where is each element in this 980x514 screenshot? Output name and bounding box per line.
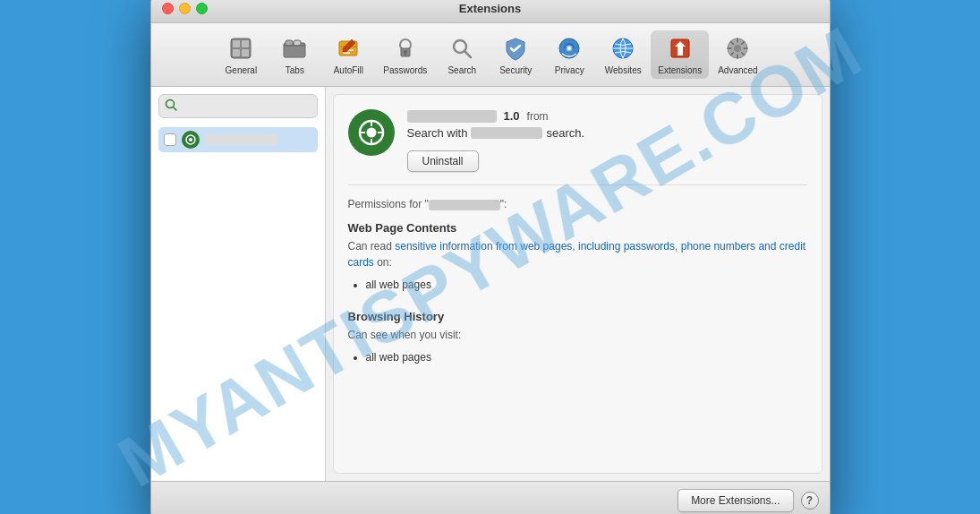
more-extensions-button[interactable]: More Extensions... <box>677 489 793 512</box>
web-page-contents-section: Web Page Contents Can read sensitive inf… <box>348 221 807 296</box>
toolbar-item-passwords[interactable]: Passwords <box>376 30 434 79</box>
footer: More Extensions... ? <box>151 481 830 514</box>
toolbar-item-search[interactable]: Search <box>436 30 488 79</box>
passwords-label: Passwords <box>383 65 427 75</box>
help-button[interactable]: ? <box>801 492 819 510</box>
main-content: 1.0 from Search with search. Uninstall P… <box>151 87 830 481</box>
svg-rect-6 <box>285 40 293 46</box>
tabs-icon <box>280 34 309 63</box>
toolbar-item-security[interactable]: Security <box>490 30 541 79</box>
sidebar-search-icon <box>165 99 177 114</box>
sidebar-ext-icon <box>182 131 200 149</box>
toolbar-item-autofill[interactable]: AutoFill <box>322 30 374 79</box>
permissions-section: Permissions for "": Web Page Contents Ca… <box>348 198 807 367</box>
svg-line-29 <box>173 107 176 111</box>
maximize-button[interactable] <box>196 3 208 14</box>
toolbar-item-tabs[interactable]: Tabs <box>268 30 320 79</box>
desc-before: Can read <box>348 240 392 253</box>
search-prefix: Search with <box>407 126 468 140</box>
close-button[interactable] <box>162 3 174 14</box>
autofill-label: AutoFill <box>334 65 363 75</box>
security-icon <box>501 34 530 63</box>
sidebar-extension-item[interactable] <box>158 127 318 152</box>
autofill-icon <box>334 34 362 63</box>
svg-line-18 <box>464 51 471 57</box>
toolbar-item-privacy[interactable]: Privacy <box>543 30 595 79</box>
permissions-suffix: ": <box>500 198 507 210</box>
svg-rect-3 <box>233 49 240 56</box>
svg-rect-7 <box>294 40 301 46</box>
extension-header: 1.0 from Search with search. Uninstall <box>348 109 807 172</box>
svg-rect-1 <box>233 40 240 47</box>
extension-name-blurred <box>407 110 497 123</box>
toolbar: General Tabs <box>151 23 830 87</box>
search-toolbar-icon <box>447 34 476 63</box>
main-window: Extensions General <box>150 0 831 514</box>
extension-name-row: 1.0 from <box>407 109 807 123</box>
advanced-label: Advanced <box>718 65 757 75</box>
browsing-history-list: all web pages <box>348 348 807 368</box>
extension-version: 1.0 <box>504 109 520 123</box>
privacy-label: Privacy <box>555 65 584 75</box>
minimize-button[interactable] <box>179 3 191 14</box>
sidebar-ext-name <box>205 134 277 145</box>
extension-search-line: Search with search. <box>407 126 807 140</box>
extensions-label: Extensions <box>658 65 702 75</box>
desc-after: on: <box>374 256 392 269</box>
extension-from: from <box>527 110 549 123</box>
permissions-prefix: Permissions for " <box>348 198 429 210</box>
svg-point-21 <box>567 47 571 50</box>
websites-label: Websites <box>605 65 642 75</box>
security-label: Security <box>499 65 532 75</box>
web-page-contents-desc: Can read sensitive information from web … <box>348 238 807 270</box>
browsing-history-section: Browsing History Can see when you visit:… <box>348 310 807 368</box>
svg-rect-2 <box>242 40 249 47</box>
passwords-icon <box>391 34 420 63</box>
permissions-title: Permissions for "": <box>348 198 807 210</box>
extensions-icon <box>666 34 695 63</box>
web-page-contents-list: all web pages <box>348 276 807 296</box>
advanced-icon <box>723 34 752 63</box>
extension-info: 1.0 from Search with search. Uninstall <box>407 109 807 172</box>
svg-point-31 <box>189 138 192 141</box>
divider <box>348 184 807 185</box>
toolbar-item-general[interactable]: General <box>215 30 267 79</box>
extension-big-icon <box>348 109 395 156</box>
uninstall-button[interactable]: Uninstall <box>407 150 479 172</box>
sidebar-search-bar[interactable] <box>158 94 318 118</box>
browsing-history-desc: Can see when you visit: <box>348 327 807 343</box>
desc-highlight: sensitive information from web pages, in… <box>348 240 806 269</box>
extension-checkbox[interactable] <box>164 133 176 146</box>
privacy-icon <box>555 34 584 63</box>
websites-icon <box>609 34 637 63</box>
window-title: Extensions <box>459 2 521 15</box>
general-icon <box>226 34 255 63</box>
toolbar-item-extensions[interactable]: Extensions <box>651 30 709 79</box>
list-item: all web pages <box>366 348 807 368</box>
toolbar-item-advanced[interactable]: Advanced <box>711 30 764 79</box>
permissions-name-blur <box>429 200 500 210</box>
detail-panel: 1.0 from Search with search. Uninstall P… <box>333 94 822 474</box>
general-label: General <box>226 65 258 75</box>
web-page-contents-title: Web Page Contents <box>348 221 807 235</box>
svg-rect-4 <box>242 49 249 56</box>
title-bar: Extensions <box>151 0 830 23</box>
extension-name-blurred-2 <box>471 127 542 139</box>
browsing-history-title: Browsing History <box>348 310 807 323</box>
search-label: Search <box>447 65 476 75</box>
svg-point-27 <box>734 45 741 52</box>
svg-point-33 <box>366 128 376 138</box>
traffic-lights <box>162 3 208 14</box>
toolbar-item-websites[interactable]: Websites <box>597 30 649 79</box>
sidebar <box>151 87 326 481</box>
search-suffix: search. <box>546 126 584 140</box>
tabs-label: Tabs <box>285 65 304 75</box>
list-item: all web pages <box>366 276 807 296</box>
